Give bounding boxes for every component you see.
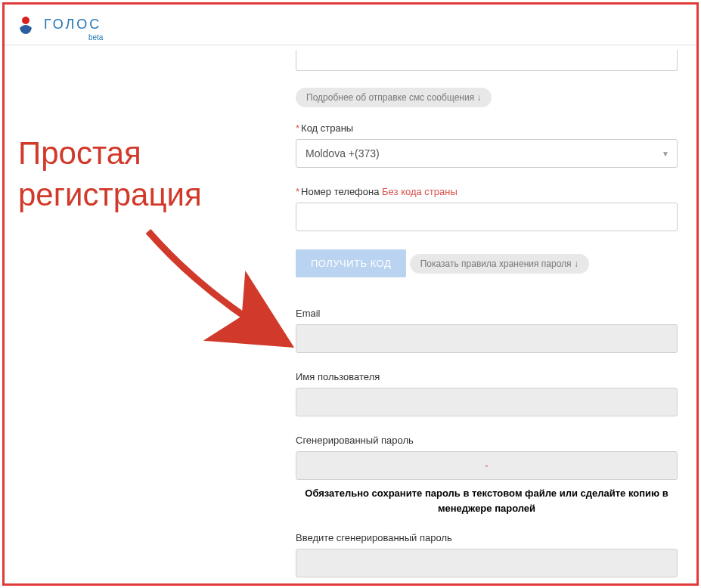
username-label: Имя пользователя (296, 371, 678, 382)
required-marker: * (296, 186, 299, 197)
country-code-select[interactable]: Moldova +(373) ▼ (296, 139, 678, 168)
brand-beta: beta (88, 33, 103, 42)
email-input[interactable] (296, 324, 678, 353)
password-rules-label: Показать правила хранения пароля ↓ (420, 258, 578, 269)
confirm-password-label: Введите сгенерированный пароль (296, 532, 678, 543)
country-code-value: Moldova +(373) (306, 147, 380, 159)
sms-info-label: Подробнее об отправке смс сообщения ↓ (306, 92, 481, 103)
get-code-button[interactable]: ПОЛУЧИТЬ КОД (296, 249, 406, 277)
required-marker: * (296, 122, 299, 134)
phone-input[interactable] (296, 203, 678, 231)
logo-icon (15, 14, 36, 36)
page-header: ГОЛОС beta (5, 5, 696, 45)
generated-password-display: - (296, 451, 678, 480)
username-input[interactable] (296, 388, 678, 416)
brand-title: ГОЛОС beta (44, 17, 101, 32)
email-label: Email (296, 308, 678, 319)
phone-hint: Без кода страны (382, 186, 458, 197)
confirm-password-input[interactable] (296, 549, 678, 577)
country-code-label: *Код страны (296, 122, 678, 134)
phone-label: *Номер телефона Без кода страны (296, 186, 678, 197)
generated-password-label: Сгенерированный пароль (296, 435, 678, 446)
password-rules-toggle[interactable]: Показать правила хранения пароля ↓ (410, 254, 589, 274)
annotation-line2: регистрация (18, 175, 290, 216)
password-save-note: Обязательно сохраните пароль в текстовом… (296, 486, 678, 515)
chevron-down-icon: ▼ (662, 150, 669, 158)
annotation-arrow-icon (133, 224, 299, 360)
generated-password-value: - (485, 460, 489, 472)
annotation-text: Простая регистрация (18, 133, 290, 215)
sms-info-toggle[interactable]: Подробнее об отправке смс сообщения ↓ (296, 88, 492, 107)
svg-point-0 (22, 17, 29, 24)
annotation-line1: Простая (18, 133, 290, 175)
brand-text: ГОЛОС (44, 17, 101, 32)
top-partial-input[interactable] (296, 50, 678, 71)
registration-form: Подробнее об отправке смс сообщения ↓ *К… (296, 50, 678, 577)
